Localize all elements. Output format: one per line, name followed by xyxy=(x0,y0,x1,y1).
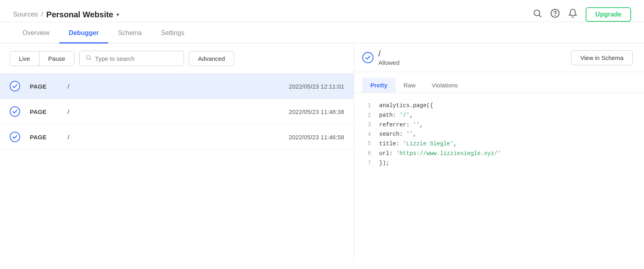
chevron-down-icon[interactable]: ▾ xyxy=(116,11,119,18)
detail-status: Allowed xyxy=(378,59,400,66)
breadcrumb-title: Personal Website xyxy=(46,10,113,19)
search-input[interactable] xyxy=(95,55,178,62)
event-detail-panel: / Allowed View in Schema Pretty Raw Viol… xyxy=(354,43,644,260)
main-content: Live Pause Advanced PAGE xyxy=(0,43,644,260)
event-type: PAGE xyxy=(30,108,58,115)
code-line: 5 title: 'Lizzie Siegle', xyxy=(365,139,633,149)
check-circle-icon xyxy=(362,52,374,63)
detail-header-left: / Allowed xyxy=(362,49,400,66)
svg-point-6 xyxy=(10,81,20,91)
code-line: 6 url: 'https://www.lizziesiegle.xyz/' xyxy=(365,149,633,159)
check-circle-icon xyxy=(10,106,20,117)
svg-line-1 xyxy=(539,15,541,17)
event-time: 2022/05/23 12:11:01 xyxy=(289,83,344,90)
event-path: / xyxy=(68,108,279,115)
tab-debugger[interactable]: Debugger xyxy=(59,22,109,43)
main-tabs: Overview Debugger Schema Settings xyxy=(0,22,644,43)
code-line: 7 }); xyxy=(365,159,633,168)
code-block: 1 analytics.page({ 2 path: '/', 3 referr… xyxy=(354,93,644,260)
check-circle-icon xyxy=(10,132,20,142)
event-status: / Allowed xyxy=(378,49,400,66)
event-list: PAGE / 2022/05/23 12:11:01 PAGE / 2022/0… xyxy=(0,74,354,260)
check-circle-icon xyxy=(10,81,20,91)
svg-point-7 xyxy=(10,107,20,116)
code-line: 2 path: '/', xyxy=(365,111,633,120)
upgrade-button[interactable]: Upgrade xyxy=(586,7,631,22)
help-icon[interactable] xyxy=(550,8,560,21)
live-button[interactable]: Live xyxy=(10,52,39,66)
event-time: 2022/05/23 11:46:58 xyxy=(289,134,344,141)
tab-settings[interactable]: Settings xyxy=(151,22,194,43)
breadcrumb-sources[interactable]: Sources xyxy=(13,10,38,19)
detail-path: / xyxy=(378,49,400,58)
tab-schema[interactable]: Schema xyxy=(108,22,151,43)
view-schema-button[interactable]: View in Schema xyxy=(571,50,633,65)
advanced-button[interactable]: Advanced xyxy=(189,51,234,66)
search-box xyxy=(79,51,184,66)
svg-point-9 xyxy=(363,52,373,63)
code-line: 3 referrer: '', xyxy=(365,120,633,130)
event-list-panel: Live Pause Advanced PAGE xyxy=(0,43,354,260)
event-type: PAGE xyxy=(30,134,58,141)
breadcrumb-separator: / xyxy=(41,10,43,19)
table-row[interactable]: PAGE / 2022/05/23 11:48:38 xyxy=(0,99,354,124)
live-pause-toggle: Live Pause xyxy=(10,51,74,66)
event-path: / xyxy=(68,83,279,90)
event-time: 2022/05/23 11:48:38 xyxy=(289,108,344,115)
detail-sub-tabs: Pretty Raw Violations xyxy=(354,72,644,93)
table-row[interactable]: PAGE / 2022/05/23 12:11:01 xyxy=(0,74,354,99)
sub-tab-violations[interactable]: Violations xyxy=(424,78,466,93)
search-icon xyxy=(85,54,92,62)
search-icon[interactable] xyxy=(533,8,542,21)
svg-line-5 xyxy=(90,59,91,60)
code-line: 4 search: '', xyxy=(365,130,633,139)
event-path: / xyxy=(68,134,279,141)
tab-overview[interactable]: Overview xyxy=(13,22,59,43)
bell-icon[interactable] xyxy=(568,8,578,21)
sub-tab-pretty[interactable]: Pretty xyxy=(362,78,396,93)
svg-point-8 xyxy=(10,132,20,142)
header: Sources / Personal Website ▾ Upgrade xyxy=(0,0,644,22)
sub-tab-raw[interactable]: Raw xyxy=(396,78,424,93)
detail-header: / Allowed View in Schema xyxy=(354,43,644,72)
breadcrumb: Sources / Personal Website ▾ xyxy=(13,10,119,19)
debugger-toolbar: Live Pause Advanced xyxy=(0,43,354,74)
table-row[interactable]: PAGE / 2022/05/23 11:46:58 xyxy=(0,124,354,150)
code-line: 1 analytics.page({ xyxy=(365,101,633,111)
pause-button[interactable]: Pause xyxy=(39,52,74,66)
event-type: PAGE xyxy=(30,83,58,90)
header-actions: Upgrade xyxy=(533,7,631,22)
